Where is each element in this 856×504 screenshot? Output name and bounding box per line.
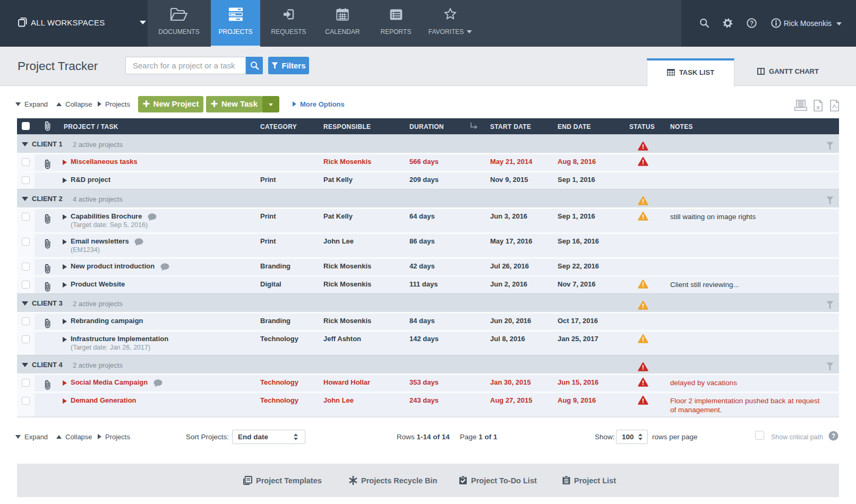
svg-text:?: ? xyxy=(750,20,754,27)
svg-text:x: x xyxy=(816,104,820,110)
svg-text:?: ? xyxy=(832,432,836,440)
